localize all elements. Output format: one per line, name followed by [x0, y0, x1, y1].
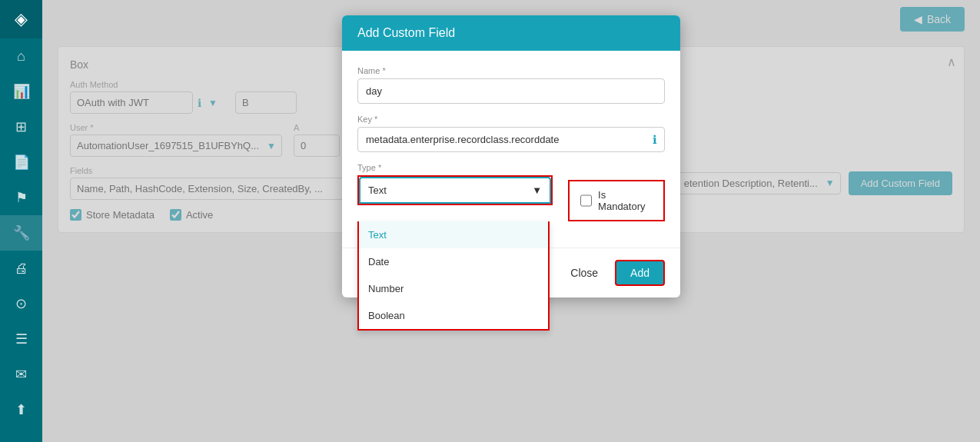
modal-header: Add Custom Field — [342, 15, 680, 51]
type-dropdown-wrapper: Type * Text ▼ Text Date Number Boolean — [357, 163, 553, 205]
key-info-icon[interactable]: ℹ — [653, 133, 657, 147]
type-option-text[interactable]: Text — [359, 221, 548, 248]
modal-name-label: Name * — [357, 66, 665, 75]
modal: Add Custom Field Name * Key * ℹ — [342, 15, 680, 297]
mandatory-label: Is Mandatory — [598, 189, 653, 212]
sidebar: ◈ ⌂ 📊 ⊞ 📄 ⚑ 🔧 🖨 ⊙ ☰ ✉ ⬆ — [0, 0, 42, 442]
modal-key-input[interactable] — [357, 127, 665, 152]
modal-key-wrapper: ℹ — [357, 127, 665, 152]
sidebar-item-flag[interactable]: ⚑ — [0, 180, 42, 215]
modal-type-label: Type * — [357, 163, 553, 172]
sidebar-logo: ◈ — [0, 0, 42, 38]
modal-key-label: Key * — [357, 115, 665, 124]
modal-title: Add Custom Field — [357, 26, 455, 39]
type-option-number[interactable]: Number — [359, 275, 548, 302]
modal-name-field: Name * — [357, 66, 665, 104]
sidebar-item-home[interactable]: ⌂ — [0, 38, 42, 74]
modal-add-button[interactable]: Add — [615, 260, 665, 286]
sidebar-item-upload[interactable]: ⬆ — [0, 392, 42, 427]
sidebar-item-grid[interactable]: ⊞ — [0, 109, 42, 145]
sidebar-item-tools[interactable]: 🔧 — [0, 215, 42, 251]
mandatory-section: Is Mandatory — [568, 180, 665, 221]
type-option-boolean[interactable]: Boolean — [359, 302, 548, 329]
sidebar-item-mail[interactable]: ✉ — [0, 357, 42, 392]
sidebar-item-analytics[interactable]: 📊 — [0, 74, 42, 109]
type-dropdown-menu: Text Date Number Boolean — [357, 221, 550, 331]
sidebar-item-document[interactable]: 📄 — [0, 145, 42, 180]
modal-type-section: Type * Text ▼ Text Date Number Boolean — [357, 163, 665, 221]
modal-body: Name * Key * ℹ Type * — [342, 51, 680, 248]
modal-close-button[interactable]: Close — [561, 262, 607, 284]
sidebar-item-print[interactable]: 🖨 — [0, 251, 42, 286]
type-option-date[interactable]: Date — [359, 248, 548, 275]
type-selected-value: Text — [368, 184, 387, 196]
sidebar-item-list[interactable]: ☰ — [0, 321, 42, 357]
mandatory-checkbox[interactable] — [580, 194, 592, 207]
sidebar-item-settings[interactable]: ⊙ — [0, 286, 42, 321]
modal-overlay: Add Custom Field Name * Key * ℹ — [42, 0, 980, 442]
type-red-border: Text ▼ Text Date Number Boolean — [357, 175, 553, 205]
modal-name-input[interactable] — [357, 78, 665, 104]
type-select-display[interactable]: Text ▼ — [359, 177, 551, 204]
type-chevron-icon: ▼ — [532, 184, 542, 196]
modal-key-field: Key * ℹ — [357, 115, 665, 152]
main-area: ◀ Back Box ∧ Auth Method OAuth with JWT … — [42, 0, 980, 442]
